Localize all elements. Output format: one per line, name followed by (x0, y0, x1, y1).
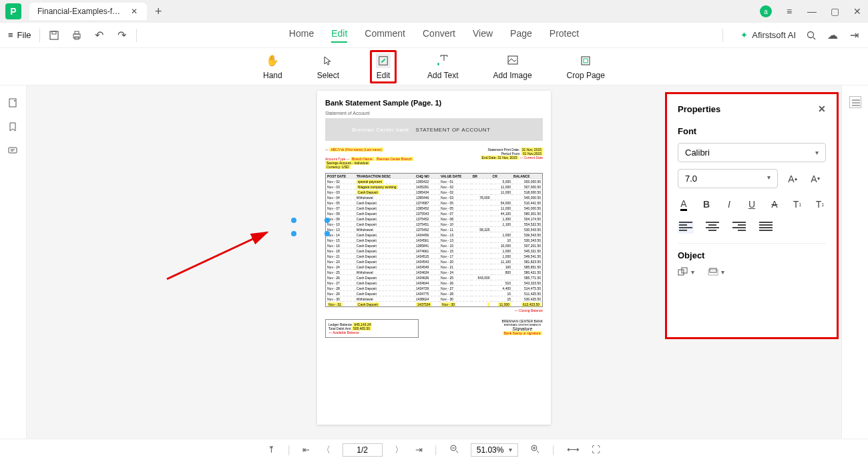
table-row: Nov - 15Cash Deposit1434561Nov - 1310530… (326, 238, 543, 243)
zoom-out-icon[interactable] (449, 444, 459, 455)
underline-icon[interactable]: U (746, 196, 758, 212)
main-tab-protect[interactable]: Protect (550, 28, 579, 43)
crop-icon (578, 53, 593, 68)
document-tab[interactable]: Financial-Examples-for-I... ✕ (29, 3, 147, 20)
user-avatar[interactable]: a (760, 5, 772, 17)
bold-icon[interactable]: B (700, 196, 712, 212)
zoom-in-icon[interactable] (530, 444, 539, 455)
main-tab-home[interactable]: Home (289, 28, 314, 43)
save-icon[interactable] (48, 29, 60, 41)
main-tab-edit[interactable]: Edit (331, 28, 347, 43)
undo-icon[interactable]: ↶ (93, 29, 105, 41)
svg-rect-0 (50, 31, 58, 39)
banner-text: STATEMENT OF ACCOUNT (416, 127, 491, 133)
select-tool[interactable]: Select (313, 52, 343, 81)
svg-line-25 (537, 451, 539, 453)
svg-rect-3 (75, 31, 79, 34)
bookmark-icon[interactable] (7, 122, 19, 134)
properties-title: Properties (678, 104, 720, 114)
crop-page-tool[interactable]: Crop Page (563, 52, 609, 81)
thumbnails-icon[interactable] (7, 97, 19, 109)
panel-toggle-icon[interactable]: ⇥ (848, 29, 860, 41)
subscript-icon[interactable]: T1 (814, 196, 826, 212)
text-color-icon[interactable]: A (678, 196, 690, 212)
svg-rect-18 (710, 268, 716, 272)
edit-toolbar: ✋ Hand Select Edit Add Text Add Image Cr… (0, 48, 868, 85)
svg-point-12 (14, 100, 15, 101)
table-row: Nov - 25Withdrawal1434634Nov - 24800580,… (326, 270, 543, 275)
zoom-select[interactable]: 51.03%▾ (471, 443, 519, 457)
close-window-icon[interactable]: ✕ (852, 6, 863, 17)
svg-rect-10 (584, 59, 588, 63)
divider (136, 29, 137, 42)
hand-icon: ✋ (265, 53, 280, 68)
strikethrough-icon[interactable]: A (769, 196, 781, 212)
add-text-tool[interactable]: Add Text (423, 52, 462, 81)
main-tab-view[interactable]: View (473, 28, 493, 43)
fit-page-icon[interactable]: ⛶ (592, 445, 600, 455)
prev-page-icon[interactable]: 〈 (322, 444, 331, 456)
left-rail (0, 85, 27, 439)
file-menu[interactable]: ≡ File (8, 30, 31, 40)
align-center-icon[interactable] (704, 220, 720, 234)
font-family-select[interactable]: Calibri ▾ (678, 143, 826, 162)
align-right-icon[interactable] (731, 220, 747, 234)
layer-button[interactable]: ▾ (708, 267, 724, 276)
print-icon[interactable] (71, 29, 83, 41)
last-page-icon[interactable]: ⇥ (415, 445, 423, 455)
statusbar: ⤒ | ⇤ 〈 〉 ⇥ | 51.03%▾ | ⟷ ⛶ (0, 439, 868, 460)
select-label: Select (317, 71, 339, 80)
edit-handle[interactable] (324, 218, 330, 223)
align-justify-icon[interactable] (758, 220, 774, 234)
search-icon[interactable] (805, 29, 817, 41)
add-image-tool[interactable]: Add Image (489, 52, 536, 81)
svg-line-14 (167, 232, 267, 279)
edit-handle[interactable] (324, 231, 330, 236)
tab-close-icon[interactable]: ✕ (130, 7, 139, 16)
sparkle-icon: ✦ (740, 30, 748, 40)
table-row: Nov - 09Cash Deposit1375543Nov - 0744,10… (326, 211, 543, 216)
fit-width-icon[interactable]: ⟷ (567, 445, 580, 455)
edit-label: Edit (377, 71, 391, 80)
document-page: Bank Statement Sample (Page. 1) Statemen… (317, 91, 551, 425)
decrease-font-icon[interactable]: A▾ (807, 171, 823, 187)
close-panel-icon[interactable]: ✕ (818, 103, 826, 114)
properties-panel: Properties ✕ Font Calibri ▾ 7.0 ▾ A▴ A▾ … (665, 92, 839, 339)
main-tab-comment[interactable]: Comment (365, 28, 405, 43)
superscript-icon[interactable]: T1 (791, 196, 803, 212)
object-section-label: Object (678, 250, 826, 260)
ai-button[interactable]: ✦ Afirstsoft AI (740, 30, 796, 40)
minimize-icon[interactable]: — (807, 6, 817, 17)
main-tab-page[interactable]: Page (510, 28, 532, 43)
maximize-icon[interactable]: ▢ (829, 6, 840, 17)
cursor-icon (320, 53, 335, 68)
hamburger-icon[interactable]: ≡ (784, 6, 795, 17)
page-number-input[interactable] (343, 443, 383, 457)
next-page-icon[interactable]: 〉 (395, 444, 403, 456)
right-rail (841, 85, 868, 439)
font-size-select[interactable]: 7.0 ▾ (678, 169, 778, 188)
redo-icon[interactable]: ↷ (116, 29, 128, 41)
table-row: Nov - 05Cash Deposit1374587Nov - 0554,00… (326, 200, 543, 206)
edit-handle[interactable] (291, 231, 296, 236)
chevron-down-icon: ▾ (767, 174, 771, 184)
table-row: Nov - 14Cash Deposit1434456Nov - 131,000… (326, 232, 543, 238)
properties-toggle-icon[interactable] (849, 96, 861, 108)
hand-tool[interactable]: ✋ Hand (259, 52, 286, 81)
edit-tool[interactable]: Edit (370, 50, 397, 83)
italic-icon[interactable]: I (723, 196, 735, 212)
first-page-icon[interactable]: ⇤ (302, 445, 310, 455)
main-tab-convert[interactable]: Convert (423, 28, 455, 43)
edit-handle[interactable] (291, 218, 296, 223)
comments-icon[interactable] (7, 146, 19, 158)
annot-currency: Currency: USD (325, 165, 413, 169)
divider (722, 29, 723, 42)
new-tab-button[interactable]: + (155, 5, 162, 19)
align-left-icon[interactable] (678, 220, 694, 234)
font-family-value: Calibri (685, 148, 710, 158)
arrange-button[interactable]: ▾ (678, 267, 694, 276)
increase-font-icon[interactable]: A▴ (785, 171, 801, 187)
cloud-icon[interactable]: ☁ (827, 29, 839, 41)
scroll-top-icon[interactable]: ⤒ (268, 445, 275, 455)
svg-rect-15 (678, 270, 684, 275)
